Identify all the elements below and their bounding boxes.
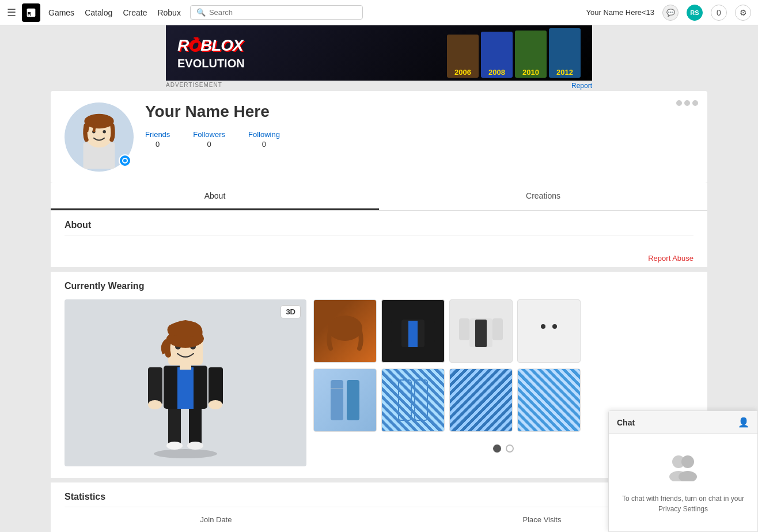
ad-year-2008: 2008 [488,68,505,77]
nav-robux[interactable]: Robux [157,8,180,17]
wearing-item-pants-3[interactable] [449,368,513,432]
chat-button[interactable]: 💬 [662,5,679,21]
tab-creations[interactable]: Creations [379,183,707,210]
svg-point-26 [328,316,362,341]
ad-evolution-title: EVOLUTION [177,57,245,70]
profile-stats: Friends 0 Followers 0 Following 0 [145,130,693,149]
hamburger-menu[interactable]: ☰ [7,6,16,19]
svg-rect-12 [189,406,202,446]
nav-links: Games Catalog Create Robux [48,8,181,17]
ad-year-2012: 2012 [556,68,573,77]
friends-value: 0 [156,140,160,149]
wearing-item-pants-1[interactable] [313,368,377,432]
svg-rect-39 [331,380,343,420]
svg-point-14 [187,442,203,450]
svg-rect-34 [475,320,487,347]
about-divider [65,235,693,235]
settings-button[interactable]: ⚙ [735,5,751,21]
pagination-dot-2[interactable] [506,444,514,453]
profile-options [676,100,698,106]
nav-create[interactable]: Create [123,8,147,17]
svg-point-13 [166,442,183,450]
following-label[interactable]: Following [248,130,280,139]
pagination-dot-1[interactable] [493,444,501,453]
svg-rect-35 [536,314,562,348]
svg-rect-40 [347,380,359,420]
search-input[interactable] [209,8,357,17]
svg-point-10 [154,449,217,458]
friends-label[interactable]: Friends [145,130,170,139]
profile-name: Your Name Here [145,102,693,121]
svg-point-20 [209,400,222,409]
chat-friends-icon [667,451,699,487]
svg-rect-28 [408,321,418,347]
ad-label: ADVERTISEMENT [166,82,222,90]
followers-label[interactable]: Followers [193,130,225,139]
wearing-items-row-1 [313,299,693,363]
svg-point-18 [148,400,162,409]
chat-panel: Chat 👤 To chat with friends, turn on cha… [608,411,758,532]
options-dot-3[interactable] [692,100,698,106]
join-date-label: Join Date [200,515,232,524]
chat-message: To chat with friends, turn on chat in yo… [620,493,746,514]
nav-right: Your Name Here<13 💬 RS 0 ⚙ [586,5,751,21]
svg-rect-11 [168,406,181,446]
svg-rect-30 [425,321,435,343]
ad-roblox-title: RōBLOX [177,36,245,55]
profile-card: Your Name Here Friends 0 Followers 0 Fol… [51,91,707,183]
stat-friends: Friends 0 [145,130,170,149]
ad-characters: 2006 2008 2010 2012 [251,28,581,78]
following-value: 0 [262,140,266,149]
stat-following: Following 0 [248,130,280,149]
search-bar: 🔍 [190,5,363,20]
character-3d-svg [122,305,249,461]
report-abuse-button[interactable]: Report Abuse [648,254,693,263]
chat-header-label: Chat [617,418,635,427]
svg-rect-17 [148,367,162,405]
followers-value: 0 [207,140,211,149]
nav-catalog[interactable]: Catalog [85,8,112,17]
profile-info: Your Name Here Friends 0 Followers 0 Fol… [145,102,693,149]
svg-rect-19 [209,367,223,405]
wearing-item-face[interactable] [517,299,581,363]
svg-point-37 [552,324,557,329]
wearing-item-shirt-black[interactable] [381,299,445,363]
about-section: About [51,211,707,249]
nav-games[interactable]: Games [48,8,74,17]
ad-year-2006: 2006 [454,68,471,77]
svg-rect-42 [399,380,411,420]
stat-join-date: Join Date [65,515,367,524]
svg-text:R: R [28,10,32,16]
robux-studio-button[interactable]: RS [687,5,703,21]
tab-about[interactable]: About [51,183,379,210]
options-dot-1[interactable] [676,100,682,106]
ad-banner: RōBLOX EVOLUTION 2006 2008 2010 2012 [166,25,592,81]
ad-report-link[interactable]: Report [571,82,592,90]
about-title: About [65,220,693,230]
chat-header-icon[interactable]: 👤 [738,417,749,428]
chat-header[interactable]: Chat 👤 [609,411,757,434]
svg-point-45 [681,455,694,468]
wearing-item-pants-4[interactable] [517,368,581,432]
wearing-item-shirt-white[interactable] [449,299,513,363]
wearing-3d-view: 3D [65,299,306,466]
statistics-row: Join Date Place Visits [65,515,693,524]
place-visits-label: Place Visits [523,515,562,524]
svg-rect-32 [459,318,469,340]
avatar-wrap [65,102,134,172]
options-dot-2[interactable] [684,100,690,106]
3d-badge[interactable]: 3D [281,305,301,318]
svg-point-6 [103,130,105,134]
ad-year-2010: 2010 [522,68,539,77]
username-display[interactable]: Your Name Here<13 [586,8,654,17]
wearing-content: 3D [65,299,693,466]
navbar: ☰ R Games Catalog Create Robux 🔍 Your Na… [0,0,758,25]
roblox-logo[interactable]: R [22,3,40,22]
statistics-divider [65,507,693,507]
svg-rect-33 [492,318,503,340]
wearing-item-hair[interactable] [313,299,377,363]
wearing-item-pants-2[interactable] [381,368,445,432]
ad-meta: ADVERTISEMENT Report [166,81,592,91]
robux-balance-button[interactable]: 0 [711,5,727,21]
svg-point-9 [123,159,127,162]
